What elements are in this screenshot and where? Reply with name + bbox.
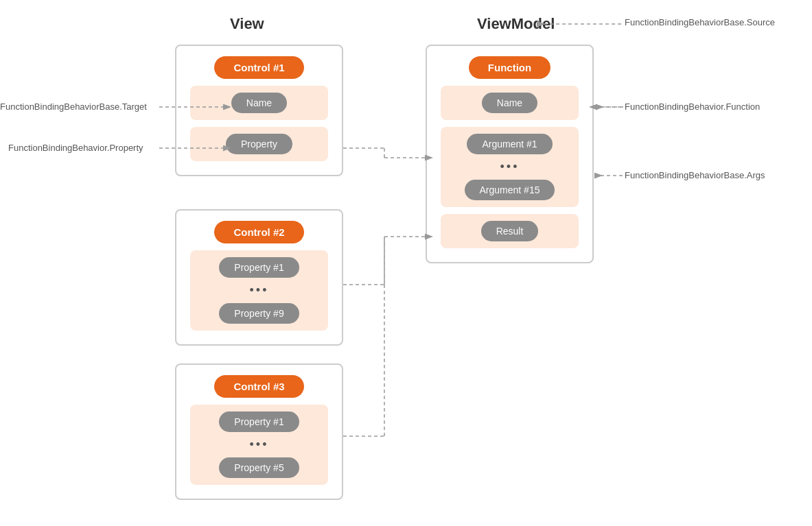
annotation-property: FunctionBindingBehavior.Property (8, 143, 143, 153)
control1-name: Name (231, 93, 287, 113)
control1-property: Property (226, 134, 292, 154)
annotation-source: FunctionBindingBehaviorBase.Source (625, 17, 775, 27)
viewmodel-title: ViewModel (477, 15, 555, 33)
control1-property-row: Property (190, 127, 328, 161)
annotation-args: FunctionBindingBehaviorBase.Args (625, 170, 765, 180)
viewmodel-result-row: Result (441, 214, 579, 248)
control3-property1: Property #1 (219, 411, 299, 432)
control2-property1: Property #1 (219, 257, 299, 278)
control2-property9: Property #9 (219, 303, 299, 324)
control1-box: Control #1 Name Property (175, 45, 343, 176)
viewmodel-title: Function (469, 56, 550, 79)
viewmodel-result: Result (481, 221, 539, 241)
control3-box: Control #3 Property #1 ••• Property #5 (175, 363, 343, 500)
viewmodel-box: Function Name Argument #1 ••• Argument #… (426, 45, 594, 263)
arrows-svg (0, 0, 812, 526)
viewmodel-dots: ••• (500, 160, 520, 174)
viewmodel-name: Name (482, 93, 537, 113)
annotation-target: FunctionBindingBehaviorBase.Target (0, 101, 147, 112)
control3-title: Control #3 (214, 375, 303, 398)
control2-box: Control #2 Property #1 ••• Property #9 (175, 209, 343, 346)
control2-inner: Property #1 ••• Property #9 (190, 250, 328, 331)
viewmodel-argument15: Argument #15 (465, 180, 555, 200)
annotation-function: FunctionBindingBehavior.Function (625, 101, 760, 112)
viewmodel-argument1: Argument #1 (467, 134, 552, 154)
control1-title: Control #1 (214, 56, 303, 79)
control3-dots: ••• (250, 438, 269, 452)
control3-inner: Property #1 ••• Property #5 (190, 405, 328, 485)
view-title: View (230, 15, 264, 33)
control3-property5: Property #5 (219, 457, 299, 478)
viewmodel-name-row: Name (441, 86, 579, 120)
control2-dots: ••• (250, 283, 269, 298)
control2-title: Control #2 (214, 221, 303, 243)
viewmodel-args-row: Argument #1 ••• Argument #15 (441, 127, 579, 207)
control1-inner: Name (190, 86, 328, 120)
diagram-container: View ViewModel FunctionBindingBehaviorBa… (0, 0, 812, 526)
